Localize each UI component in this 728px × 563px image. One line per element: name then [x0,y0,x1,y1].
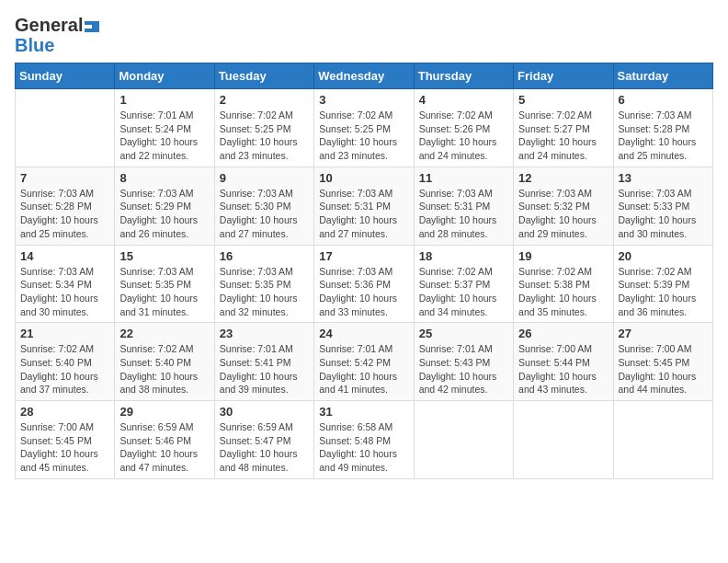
calendar-week-row: 14Sunrise: 7:03 AMSunset: 5:34 PMDayligh… [16,245,713,323]
day-number: 23 [220,327,309,340]
day-info: Sunrise: 7:02 AMSunset: 5:40 PMDaylight:… [119,342,209,396]
day-number: 4 [419,93,508,107]
day-info: Sunrise: 7:03 AMSunset: 5:29 PMDaylight:… [119,187,209,241]
calendar-cell: 6Sunrise: 7:03 AMSunset: 5:28 PMDaylight… [613,89,712,167]
day-info: Sunrise: 6:59 AMSunset: 5:46 PMDaylight:… [119,420,209,475]
day-info: Sunrise: 6:58 AMSunset: 5:48 PMDaylight:… [319,420,408,475]
calendar-cell [613,401,712,479]
calendar-cell: 26Sunrise: 7:00 AMSunset: 5:44 PMDayligh… [514,323,613,401]
day-number: 14 [20,249,109,263]
calendar-cell: 3Sunrise: 7:02 AMSunset: 5:25 PMDaylight… [314,89,414,167]
column-header-monday: Monday [115,63,214,89]
day-number: 10 [319,171,408,185]
day-info: Sunrise: 7:03 AMSunset: 5:33 PMDaylight:… [619,187,708,241]
day-number: 29 [119,405,209,419]
day-info: Sunrise: 7:01 AMSunset: 5:41 PMDaylight:… [220,342,309,396]
day-number: 28 [20,405,109,419]
calendar-cell: 19Sunrise: 7:02 AMSunset: 5:38 PMDayligh… [514,245,613,323]
day-info: Sunrise: 7:01 AMSunset: 5:43 PMDaylight:… [419,342,508,396]
calendar-cell: 17Sunrise: 7:03 AMSunset: 5:36 PMDayligh… [314,245,414,323]
day-number: 20 [619,249,708,263]
day-info: Sunrise: 7:03 AMSunset: 5:28 PMDaylight:… [619,109,708,163]
calendar-cell: 12Sunrise: 7:03 AMSunset: 5:32 PMDayligh… [514,167,613,245]
day-number: 26 [518,327,608,340]
day-number: 16 [220,249,309,263]
column-header-tuesday: Tuesday [214,63,313,89]
day-number: 25 [419,327,508,340]
day-info: Sunrise: 7:03 AMSunset: 5:31 PMDaylight:… [419,187,508,241]
day-number: 5 [518,93,608,107]
calendar-cell: 22Sunrise: 7:02 AMSunset: 5:40 PMDayligh… [115,323,214,401]
calendar-cell: 1Sunrise: 7:01 AMSunset: 5:24 PMDaylight… [115,89,214,167]
calendar-cell: 24Sunrise: 7:01 AMSunset: 5:42 PMDayligh… [314,323,414,401]
day-info: Sunrise: 7:00 AMSunset: 5:45 PMDaylight:… [619,342,708,396]
day-number: 24 [319,327,408,340]
calendar-cell: 8Sunrise: 7:03 AMSunset: 5:29 PMDaylight… [115,167,214,245]
column-header-sunday: Sunday [16,63,115,89]
day-info: Sunrise: 7:02 AMSunset: 5:27 PMDaylight:… [518,109,608,163]
calendar-cell: 27Sunrise: 7:00 AMSunset: 5:45 PMDayligh… [613,323,712,401]
calendar-cell [16,89,115,167]
day-number: 6 [619,93,708,107]
day-number: 3 [319,93,408,107]
calendar-cell: 7Sunrise: 7:03 AMSunset: 5:28 PMDaylight… [16,167,115,245]
day-number: 31 [319,405,408,419]
day-info: Sunrise: 7:02 AMSunset: 5:37 PMDaylight:… [419,265,508,319]
day-info: Sunrise: 6:59 AMSunset: 5:47 PMDaylight:… [220,420,309,475]
day-number: 13 [619,171,708,185]
day-info: Sunrise: 7:03 AMSunset: 5:31 PMDaylight:… [319,187,408,241]
day-info: Sunrise: 7:00 AMSunset: 5:45 PMDaylight:… [20,420,109,475]
calendar-cell: 4Sunrise: 7:02 AMSunset: 5:26 PMDaylight… [414,89,513,167]
day-number: 11 [419,171,508,185]
column-header-saturday: Saturday [613,63,712,89]
calendar-week-row: 21Sunrise: 7:02 AMSunset: 5:40 PMDayligh… [16,323,713,401]
day-info: Sunrise: 7:03 AMSunset: 5:35 PMDaylight:… [119,265,209,319]
calendar-table: SundayMondayTuesdayWednesdayThursdayFrid… [15,63,713,479]
logo-flag-icon [85,19,99,34]
calendar-cell: 21Sunrise: 7:02 AMSunset: 5:40 PMDayligh… [16,323,115,401]
calendar-cell: 18Sunrise: 7:02 AMSunset: 5:37 PMDayligh… [414,245,513,323]
calendar-cell: 29Sunrise: 6:59 AMSunset: 5:46 PMDayligh… [115,401,214,479]
calendar-header-row: SundayMondayTuesdayWednesdayThursdayFrid… [16,63,713,89]
calendar-cell: 16Sunrise: 7:03 AMSunset: 5:35 PMDayligh… [214,245,313,323]
day-info: Sunrise: 7:01 AMSunset: 5:24 PMDaylight:… [119,109,209,163]
day-number: 7 [20,171,109,185]
calendar-cell: 5Sunrise: 7:02 AMSunset: 5:27 PMDaylight… [514,89,613,167]
page-header: General Blue [15,15,713,55]
day-number: 27 [619,327,708,340]
day-info: Sunrise: 7:03 AMSunset: 5:30 PMDaylight:… [220,187,309,241]
day-info: Sunrise: 7:02 AMSunset: 5:26 PMDaylight:… [419,109,508,163]
day-number: 17 [319,249,408,263]
day-number: 19 [518,249,608,263]
day-info: Sunrise: 7:03 AMSunset: 5:35 PMDaylight:… [220,265,309,319]
day-number: 9 [220,171,309,185]
calendar-cell: 15Sunrise: 7:03 AMSunset: 5:35 PMDayligh… [115,245,214,323]
day-number: 8 [119,171,209,185]
day-info: Sunrise: 7:03 AMSunset: 5:32 PMDaylight:… [518,187,608,241]
day-info: Sunrise: 7:02 AMSunset: 5:25 PMDaylight:… [220,109,309,163]
day-number: 15 [119,249,209,263]
calendar-week-row: 1Sunrise: 7:01 AMSunset: 5:24 PMDaylight… [16,89,713,167]
calendar-cell: 11Sunrise: 7:03 AMSunset: 5:31 PMDayligh… [414,167,513,245]
day-number: 12 [518,171,608,185]
day-number: 2 [220,93,309,107]
day-info: Sunrise: 7:01 AMSunset: 5:42 PMDaylight:… [319,342,408,396]
calendar-cell: 13Sunrise: 7:03 AMSunset: 5:33 PMDayligh… [613,167,712,245]
day-number: 22 [119,327,209,340]
logo-blue-text: Blue [15,35,54,55]
column-header-friday: Friday [514,63,613,89]
calendar-cell: 30Sunrise: 6:59 AMSunset: 5:47 PMDayligh… [214,401,313,479]
day-number: 1 [119,93,209,107]
day-number: 30 [220,405,309,419]
calendar-cell [514,401,613,479]
day-info: Sunrise: 7:00 AMSunset: 5:44 PMDaylight:… [518,342,608,396]
calendar-cell: 2Sunrise: 7:02 AMSunset: 5:25 PMDaylight… [214,89,313,167]
calendar-cell: 31Sunrise: 6:58 AMSunset: 5:48 PMDayligh… [314,401,414,479]
day-number: 21 [20,327,109,340]
day-info: Sunrise: 7:03 AMSunset: 5:34 PMDaylight:… [20,265,109,319]
logo-text: General [15,15,99,35]
column-header-thursday: Thursday [414,63,513,89]
calendar-cell: 23Sunrise: 7:01 AMSunset: 5:41 PMDayligh… [214,323,313,401]
svg-marker-2 [92,21,99,32]
calendar-cell: 25Sunrise: 7:01 AMSunset: 5:43 PMDayligh… [414,323,513,401]
